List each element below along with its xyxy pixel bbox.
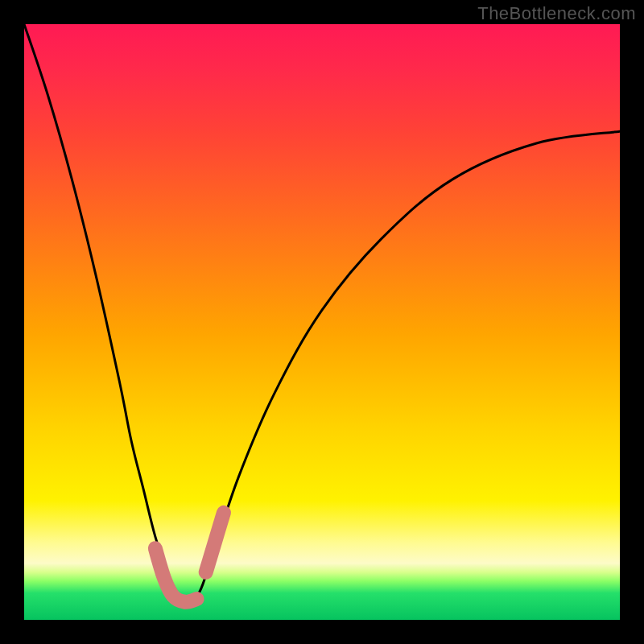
bottleneck-curve [24,24,620,603]
chart-frame: TheBottleneck.com [0,0,644,644]
right-wiggle-marker [206,513,224,572]
left-wiggle-marker [155,548,197,602]
watermark-text: TheBottleneck.com [477,3,636,24]
plot-area [24,24,620,620]
chart-svg [24,24,620,620]
